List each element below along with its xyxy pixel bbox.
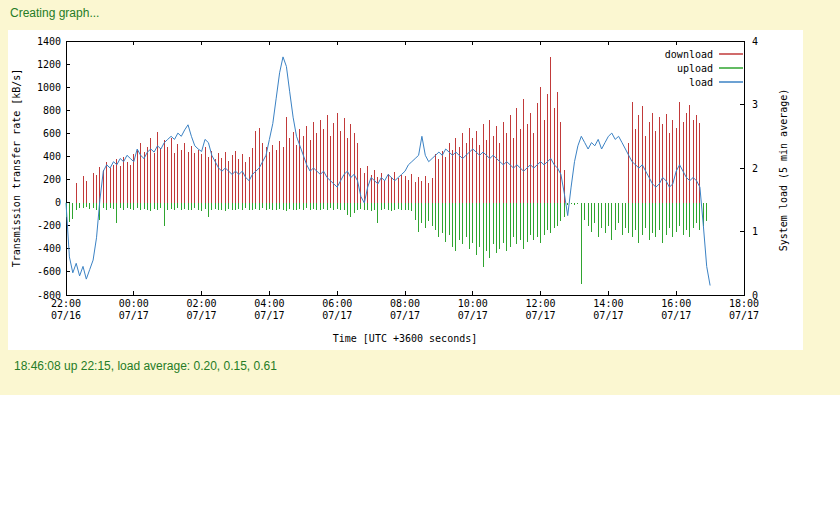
upload-series xyxy=(66,203,707,284)
svg-text:07/17: 07/17 xyxy=(593,310,623,321)
bandwidth-graph-image: 22:0007/1600:0007/1702:0007/1704:0007/17… xyxy=(8,30,803,350)
svg-text:0: 0 xyxy=(55,197,61,208)
svg-text:07/17: 07/17 xyxy=(390,310,420,321)
network-load-graph: 22:0007/1600:0007/1702:0007/1704:0007/17… xyxy=(8,30,803,350)
svg-text:-600: -600 xyxy=(37,266,61,277)
svg-text:06:00: 06:00 xyxy=(322,298,352,309)
svg-text:07/17: 07/17 xyxy=(526,310,556,321)
svg-text:12:00: 12:00 xyxy=(526,298,556,309)
svg-text:1200: 1200 xyxy=(37,59,61,70)
svg-text:1: 1 xyxy=(752,226,758,237)
svg-text:02:00: 02:00 xyxy=(187,298,217,309)
svg-text:07/17: 07/17 xyxy=(187,310,217,321)
svg-text:04:00: 04:00 xyxy=(254,298,284,309)
legend: downloaduploadload xyxy=(665,49,743,88)
svg-text:07/16: 07/16 xyxy=(51,310,81,321)
page-title: Creating graph... xyxy=(10,6,99,20)
download-series xyxy=(76,57,700,202)
svg-text:07/17: 07/17 xyxy=(322,310,352,321)
svg-text:800: 800 xyxy=(43,105,61,116)
svg-text:10:00: 10:00 xyxy=(458,298,488,309)
legend-label-download: download xyxy=(665,49,713,60)
svg-text:400: 400 xyxy=(43,151,61,162)
legend-label-upload: upload xyxy=(677,63,713,74)
svg-text:-800: -800 xyxy=(37,290,61,301)
svg-text:200: 200 xyxy=(43,174,61,185)
svg-text:1000: 1000 xyxy=(37,82,61,93)
svg-text:07/17: 07/17 xyxy=(661,310,691,321)
svg-text:07/17: 07/17 xyxy=(254,310,284,321)
svg-text:Transmission transfer rate [kB: Transmission transfer rate [kB/s] xyxy=(11,69,22,268)
load-series xyxy=(66,57,710,286)
svg-text:14:00: 14:00 xyxy=(593,298,623,309)
right-axis-label: System load (5 min average) xyxy=(778,89,789,252)
legend-label-load: load xyxy=(689,77,713,88)
svg-text:07/17: 07/17 xyxy=(729,310,759,321)
svg-text:2: 2 xyxy=(752,163,758,174)
svg-text:-400: -400 xyxy=(37,243,61,254)
svg-text:16:00: 16:00 xyxy=(661,298,691,309)
svg-text:07/17: 07/17 xyxy=(119,310,149,321)
svg-text:1400: 1400 xyxy=(37,36,61,47)
svg-text:-200: -200 xyxy=(37,220,61,231)
svg-text:00:00: 00:00 xyxy=(119,298,149,309)
svg-text:07/17: 07/17 xyxy=(458,310,488,321)
page-panel: Creating graph... 22:0007/1600:0007/1702… xyxy=(0,0,840,395)
svg-text:4: 4 xyxy=(752,36,758,47)
svg-text:08:00: 08:00 xyxy=(390,298,420,309)
svg-text:Time [UTC +3600 seconds]: Time [UTC +3600 seconds] xyxy=(333,333,478,344)
svg-text:600: 600 xyxy=(43,128,61,139)
svg-text:System load (5 min average): System load (5 min average) xyxy=(778,89,789,252)
uptime-status-text: 18:46:08 up 22:15, load average: 0.20, 0… xyxy=(14,359,277,373)
svg-text:0: 0 xyxy=(752,290,758,301)
svg-text:3: 3 xyxy=(752,99,758,110)
x-axis-label: Time [UTC +3600 seconds] xyxy=(333,333,478,344)
left-axis-label: Transmission transfer rate [kB/s] xyxy=(11,69,22,268)
